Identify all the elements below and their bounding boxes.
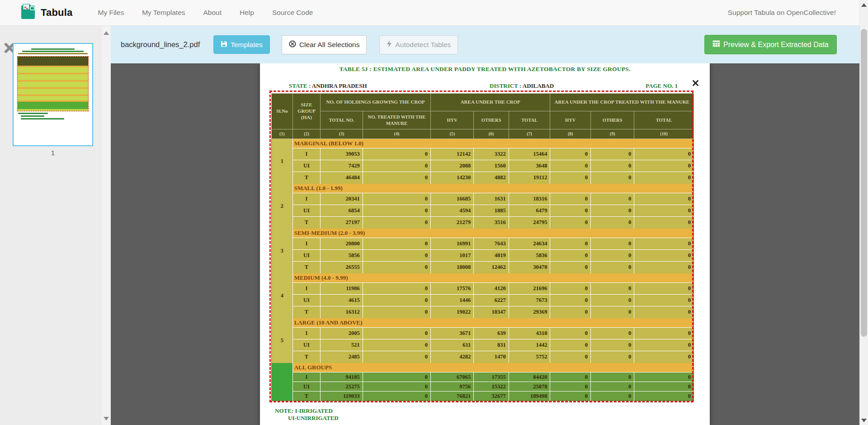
nav-source-code[interactable]: Source Code bbox=[263, 0, 322, 25]
templates-button-label: Templates bbox=[231, 41, 263, 49]
note-line-2: UI-UNIRRIGATED bbox=[288, 415, 339, 422]
pdf-viewer: TABLE 5J : ESTIMATED AREA UNDER PADDY TR… bbox=[111, 63, 859, 425]
sidebar-scroll-down-icon[interactable] bbox=[104, 417, 109, 420]
preview-export-button[interactable]: Preview & Export Extracted Data bbox=[704, 35, 837, 54]
pdf-filename: background_lines_2.pdf bbox=[121, 40, 200, 49]
nav-about[interactable]: About bbox=[194, 0, 231, 25]
autodetect-tables-button[interactable]: Autodetect Tables bbox=[379, 35, 458, 54]
document-title: TABLE 5J : ESTIMATED AREA UNDER PADDY TR… bbox=[260, 66, 710, 73]
nav-help[interactable]: Help bbox=[231, 0, 263, 25]
templates-button[interactable]: Templates bbox=[213, 35, 270, 54]
page-sidebar: 1 bbox=[0, 26, 102, 425]
thumbnail-table-preview bbox=[17, 56, 89, 111]
lightning-icon bbox=[387, 40, 392, 49]
clear-button-label: Clear All Selections bbox=[299, 41, 360, 49]
note-line-1: NOTE: I-IRRIGATED bbox=[275, 407, 339, 415]
table-selection-box[interactable] bbox=[269, 91, 693, 402]
support-link[interactable]: Support Tabula on OpenCollective! bbox=[728, 9, 836, 17]
document-note: NOTE: I-IRRIGATED UI-UNIRRIGATED bbox=[275, 407, 339, 422]
scroll-down-icon[interactable] bbox=[861, 419, 867, 422]
clear-circle-x-icon bbox=[289, 40, 296, 49]
nav-my-files[interactable]: My Files bbox=[89, 0, 133, 25]
export-button-label: Preview & Export Extracted Data bbox=[723, 41, 829, 49]
pdf-page[interactable]: TABLE 5J : ESTIMATED AREA UNDER PADDY TR… bbox=[260, 63, 710, 425]
nav-links: My Files My Templates About Help Source … bbox=[89, 0, 322, 25]
selection-close-icon[interactable] bbox=[692, 80, 699, 86]
district-label: DISTRICT : bbox=[490, 82, 521, 89]
tabula-brand[interactable]: Tabula bbox=[19, 4, 72, 22]
thumbnail-preview bbox=[14, 44, 92, 145]
top-navbar: Tabula My Files My Templates About Help … bbox=[0, 0, 859, 26]
tabula-logo-icon bbox=[19, 4, 36, 22]
district-field: DISTRICT : ADILABAD bbox=[490, 82, 554, 90]
clear-all-selections-button[interactable]: Clear All Selections bbox=[282, 35, 367, 54]
sidebar-scrollbar[interactable] bbox=[102, 26, 111, 425]
save-template-icon bbox=[221, 40, 227, 49]
thumbnail-page-number: 1 bbox=[13, 149, 93, 157]
document-meta-row: STATE : ANDHRA PRADESH DISTRICT : ADILAB… bbox=[260, 82, 710, 91]
brand-name: Tabula bbox=[41, 7, 72, 19]
state-field: STATE : ANDHRA PRADESH bbox=[289, 82, 367, 90]
district-value: ADILABAD bbox=[523, 82, 554, 89]
window-scrollbar[interactable] bbox=[859, 0, 868, 425]
nav-my-templates[interactable]: My Templates bbox=[133, 0, 194, 25]
page-thumbnail[interactable] bbox=[13, 43, 93, 146]
scrollbar-thumb[interactable] bbox=[861, 29, 867, 337]
toolbar: background_lines_2.pdf Templates Clear A… bbox=[111, 26, 859, 63]
page-no-label: PAGE NO. 1 bbox=[646, 82, 678, 90]
table-list-icon bbox=[712, 40, 720, 49]
state-value: ANDHRA PRADESH bbox=[312, 82, 367, 89]
main-area: background_lines_2.pdf Templates Clear A… bbox=[111, 26, 859, 425]
sidebar-scroll-up-icon[interactable] bbox=[104, 31, 109, 35]
autodetect-button-label: Autodetect Tables bbox=[395, 41, 451, 49]
scroll-up-icon[interactable] bbox=[861, 3, 867, 7]
state-label: STATE : bbox=[289, 82, 311, 89]
